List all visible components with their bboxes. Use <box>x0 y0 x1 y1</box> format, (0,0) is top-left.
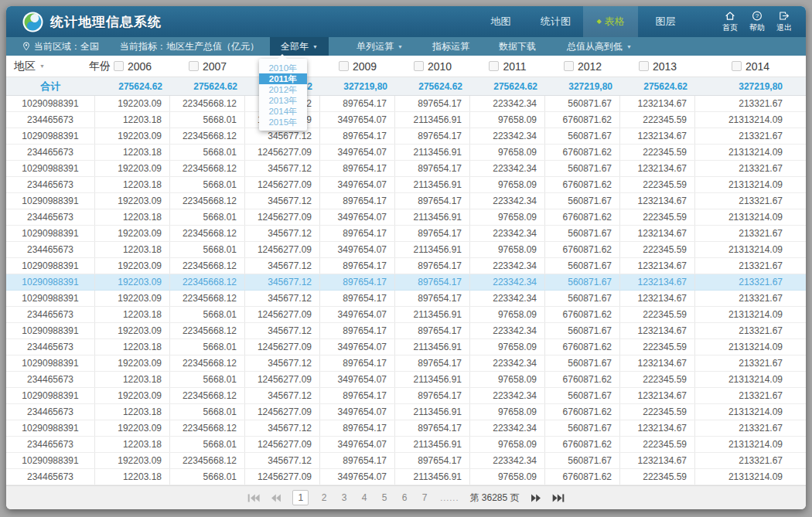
table-row[interactable]: 23446567312203.185668.0112456277.0934976… <box>6 209 806 226</box>
value-cell: 897654.17 <box>320 323 395 338</box>
page-number-6[interactable]: 6 <box>400 492 409 503</box>
tab-layers[interactable]: 图层 <box>638 6 693 37</box>
table-row[interactable]: 23446567312203.185668.0112456277.0934976… <box>6 339 806 355</box>
table-row[interactable]: 23446567312203.185668.0112456277.0934976… <box>6 372 806 388</box>
tab-statistics-chart[interactable]: 统计图 <box>528 6 583 37</box>
value-cell: 560871.67 <box>545 420 620 436</box>
value-cell: 12203.18 <box>95 242 170 257</box>
year-checkbox-2014[interactable] <box>732 61 742 71</box>
year-option-2011[interactable]: 2011年 <box>259 73 307 84</box>
help-button[interactable]: ?帮助 <box>749 11 765 33</box>
indicator-ops-label: 指标运算 <box>432 40 469 53</box>
year-checkbox-2010[interactable] <box>414 61 424 71</box>
value-cell: 22345668.12 <box>170 128 245 144</box>
year-checkbox-2009[interactable] <box>339 61 349 71</box>
table-row[interactable]: 10290988391192203.0922345668.12345677.12… <box>6 355 806 372</box>
year-column-header-2010: 2010 <box>395 56 470 77</box>
table-row[interactable]: 10290988391192203.0922345668.12345677.12… <box>6 161 806 177</box>
page-number-4[interactable]: 4 <box>360 492 369 503</box>
year-checkbox-2012[interactable] <box>564 61 574 71</box>
last-page-button[interactable] <box>552 494 565 502</box>
year-filter-label: 全部年 <box>281 40 309 53</box>
value-cell: 222345.59 <box>620 469 695 485</box>
table-row[interactable]: 10290988391192203.0922345668.12345677.12… <box>6 226 806 242</box>
value-cell: 3497654.07 <box>320 177 395 192</box>
year-option-2010[interactable]: 2010年 <box>259 63 307 73</box>
table-row[interactable]: 23446567312203.185668.0112456277.0934976… <box>6 177 806 193</box>
table-row[interactable]: 10290988391192203.0922345668.12345677.12… <box>6 420 806 437</box>
table-row[interactable]: 10290988391192203.0922345668.12345677.12… <box>6 388 806 404</box>
value-cell: 345677.12 <box>245 161 320 176</box>
tab-table[interactable]: ◆表格 <box>583 6 638 37</box>
value-cell: 22345668.12 <box>170 291 245 306</box>
chevron-down-icon: ▼ <box>397 44 403 49</box>
year-checkbox-2006[interactable] <box>114 61 124 71</box>
value-cell: 5668.01 <box>170 177 245 192</box>
year-option-2014[interactable]: 2014年 <box>259 106 307 117</box>
chevron-down-icon: ▼ <box>626 44 632 49</box>
logout-button[interactable]: 退出 <box>776 11 792 33</box>
year-checkbox-2013[interactable] <box>639 61 649 71</box>
year-option-2012[interactable]: 2012年 <box>259 84 307 95</box>
value-cell: 192203.09 <box>95 96 170 111</box>
previous-page-button <box>271 494 281 502</box>
table-row[interactable]: 10290988391192203.0922345668.12345677.12… <box>6 323 806 339</box>
download-button[interactable]: 数据下载 <box>499 37 536 56</box>
value-cell: 12203.18 <box>95 372 170 387</box>
value-cell: 12456277.09 <box>245 307 320 322</box>
table-row[interactable]: 23446567312203.185668.0112456277.0934976… <box>6 112 806 128</box>
value-cell: 897654.17 <box>320 226 395 241</box>
value-cell: 97658.09 <box>470 307 545 322</box>
region-cell: 10290988391 <box>6 291 95 306</box>
home-button[interactable]: 首页 <box>722 11 738 33</box>
total-value-cell: 275624.62 <box>470 81 545 92</box>
value-cell: 1232134.67 <box>620 323 695 338</box>
table-row[interactable]: 23446567312203.185668.0112456277.0934976… <box>6 242 806 258</box>
table-row[interactable]: 23446567312203.185668.0112456277.0934976… <box>6 437 806 453</box>
svg-text:?: ? <box>756 12 759 19</box>
table-row[interactable]: 10290988391192203.0922345668.12345677.12… <box>6 291 806 307</box>
page-number-3[interactable]: 3 <box>339 492 349 503</box>
year-filter-button[interactable]: 全部年 ▼ <box>270 37 329 56</box>
value-cell: 897654.17 <box>320 355 395 371</box>
value-cell: 223342.34 <box>470 258 545 274</box>
table-row[interactable]: 10290988391192203.0922345668.12345677.12… <box>6 193 806 209</box>
year-option-2015[interactable]: 2015年 <box>259 117 307 128</box>
value-cell: 897654.17 <box>395 96 470 111</box>
value-cell: 6760871.62 <box>545 372 620 387</box>
table-row[interactable]: 23446567312203.185668.0112456277.0934976… <box>6 307 806 323</box>
table-row[interactable]: 23446567312203.185668.0112456277.0934976… <box>6 469 806 485</box>
year-checkbox-2007[interactable] <box>189 61 199 71</box>
chevron-down-icon: ▼ <box>312 44 318 49</box>
column-ops-button[interactable]: 单列运算 ▼ <box>357 37 403 56</box>
page-number-5[interactable]: 5 <box>380 492 389 503</box>
value-cell: 21313214.09 <box>695 112 806 128</box>
region-column-header[interactable]: 地区 ▼ <box>6 60 95 73</box>
page-number-1[interactable]: 1 <box>292 490 309 505</box>
value-cell: 223342.34 <box>470 161 545 176</box>
value-cell: 97658.09 <box>470 177 545 192</box>
year-option-2013[interactable]: 2013年 <box>259 95 307 106</box>
year-checkbox-2011[interactable] <box>489 61 499 71</box>
value-cell: 22345668.12 <box>170 96 245 111</box>
total-pages-label: 第 36285 页 <box>469 491 519 505</box>
value-cell: 213321.67 <box>695 128 806 144</box>
table-row-selected[interactable]: 10290988391192203.0922345668.12345677.12… <box>6 274 806 291</box>
table-row[interactable]: 10290988391192203.0922345668.12345677.12… <box>6 128 806 145</box>
tab-map[interactable]: 地图 <box>473 6 528 37</box>
table-row[interactable]: 23446567312203.185668.0112456277.0934976… <box>6 404 806 420</box>
page-number-2[interactable]: 2 <box>319 492 329 503</box>
region-cell: 10290988391 <box>6 355 95 371</box>
total-row: 合计 275624.62275624.62275624.62327219,802… <box>6 77 806 96</box>
table-row[interactable]: 10290988391192203.0922345668.12345677.12… <box>6 258 806 274</box>
help-icon: ? <box>752 11 763 21</box>
next-page-button[interactable] <box>531 494 541 502</box>
sort-order-button[interactable]: 总值从高到低 ▼ <box>567 37 632 56</box>
value-cell: 12456277.09 <box>245 339 320 355</box>
table-row[interactable]: 10290988391192203.0922345668.12345677.12… <box>6 96 806 112</box>
table-row[interactable]: 23446567312203.185668.0112456277.0934976… <box>6 145 806 161</box>
indicator-ops-button[interactable]: 指标运算 <box>432 37 469 56</box>
page-number-7[interactable]: 7 <box>420 492 429 503</box>
value-cell: 97658.09 <box>470 112 545 128</box>
table-row[interactable]: 10290988391192203.0922345668.12345677.12… <box>6 453 806 469</box>
